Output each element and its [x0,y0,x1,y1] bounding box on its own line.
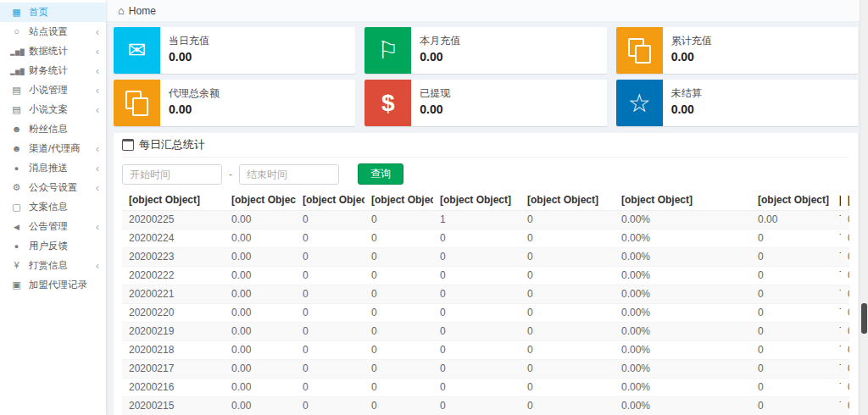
cell-new-user-recharge: 0 [751,267,832,285]
scrollbar-track[interactable] [860,0,868,415]
cell-recharge-amount: 0.00 [225,360,296,379]
sidebar-item-label: 打赏信息 [29,259,68,272]
sidebar-item[interactable]: 小说文案 ‹ [0,100,106,119]
breadcrumb: Home [106,0,868,22]
sidebar-item[interactable]: 站点设置 ‹ [0,22,106,42]
chevron-left-icon: ‹ [96,65,99,76]
cogs-icon [10,183,23,192]
cell-new-users: 0 [433,341,520,360]
circle-icon [10,27,23,36]
cell-new-users: 0 [433,360,520,379]
stat-card: 本月充值 0.00 [364,27,606,74]
start-time-input[interactable] [122,164,222,185]
stat-card-value: 0.00 [169,50,209,64]
cell-payment-count: 0 [364,230,433,248]
cell-total-users: 71 [832,267,841,285]
sidebar-item-label: 用户反馈 [29,240,68,252]
cell-new-users: 0 [433,248,520,267]
chevron-left-icon: ‹ [96,46,99,57]
search-button[interactable]: 查询 [358,163,403,185]
table-header-row: [object Object] [object Object] [object … [122,190,849,211]
panel-header: 每日汇总统计 [122,133,849,158]
sidebar-item[interactable]: 用户反馈 [0,236,106,256]
table-column-header: [object Object] [832,190,841,211]
cell-new-user-follows: 0 [520,304,615,323]
table-row: 20200218 0.00 0 0 0 0 0.00% 0 71 0 [122,341,849,360]
cell-paying-users: 0 [296,230,364,248]
table-column-header: [object Object] [122,190,225,211]
breadcrumb-home-link[interactable]: Home [129,5,156,17]
stat-card: 已提现 0.00 [364,80,606,126]
yen-icon [10,261,23,270]
cell-new-user-follows: 0 [520,379,615,397]
cell-recharge-amount: 0.00 [225,304,296,323]
cell-total-fans: 0 [841,267,849,285]
cell-date: 20200217 [122,360,225,379]
cell-new-user-follows: 0 [520,360,615,379]
cell-total-fans: 0 [841,341,849,360]
cell-payment-count: 0 [364,211,433,230]
sidebar-item[interactable]: 首页 [0,3,106,22]
sidebar-item[interactable]: 消息推送 ‹ [0,158,106,178]
cell-total-fans: 0 [841,230,849,248]
sidebar: 首页 站点设置 ‹ 数据统计 ‹ 财务统计 ‹ 小说管理 ‹ 小说文案 [0,0,106,415]
end-time-input[interactable] [239,164,339,185]
sidebar-item[interactable]: 公告管理 ‹ [0,217,106,236]
sidebar-item[interactable]: 文案信息 [0,197,106,217]
cell-new-user-recharge: 0 [751,341,832,360]
bar-chart-icon [10,47,23,56]
cell-total-users: 71 [832,379,841,397]
scrollbar-thumb[interactable] [861,303,867,334]
cell-new-users: 0 [433,379,520,397]
stat-card-label: 代理总余额 [169,86,220,101]
table-column-header: [object Object] [364,190,433,211]
table-column-header: [object Object] [296,190,364,211]
cell-date: 20200221 [122,285,225,304]
cell-new-user-recharge: 0 [751,285,832,304]
cell-new-user-pay-rate: 0.00% [615,304,751,323]
cell-new-user-recharge: 0 [751,360,832,379]
sidebar-item[interactable]: 财务统计 ‹ [0,61,106,80]
cell-total-users: 71 [832,360,841,379]
copy-icon [616,27,663,74]
sidebar-item[interactable]: 打赏信息 ‹ [0,256,106,275]
cell-new-user-pay-rate: 0.00% [615,211,751,230]
sidebar-item[interactable]: 数据统计 ‹ [0,42,106,61]
sidebar-item[interactable]: 加盟代理记录 [0,275,106,295]
comment-icon [10,163,23,173]
sidebar-item[interactable]: 粉丝信息 [0,119,106,139]
sidebar-item-label: 首页 [29,6,48,19]
cell-date: 20200220 [122,304,225,323]
envelope-icon [114,27,160,74]
list-icon [10,202,23,212]
stat-card-value: 0.00 [671,102,702,116]
cell-payment-count: 0 [364,379,433,397]
cell-new-users: 0 [433,323,520,341]
table-column-header: [object Object] [225,190,296,211]
cell-new-user-pay-rate: 0.00% [615,248,751,267]
users-icon [10,125,23,134]
cell-new-users: 0 [433,285,520,304]
cell-date: 20200219 [122,323,225,341]
sidebar-item[interactable]: 公众号设置 ‹ [0,178,106,197]
table-row: 20200225 0.00 0 0 1 0 0.00% 0.00 72 0 [122,211,849,230]
cell-total-users: 71 [832,323,841,341]
copy-icon [114,80,160,126]
cell-payment-count: 0 [364,248,433,267]
cell-total-users: 71 [832,397,841,415]
bar-chart-icon [10,66,23,75]
table-column-header: [object Object] [520,190,615,211]
cell-new-user-pay-rate: 0.00% [615,341,751,360]
cell-recharge-amount: 0.00 [225,323,296,341]
cell-new-user-follows: 0 [520,285,615,304]
chevron-left-icon: ‹ [96,104,99,115]
book-icon [10,105,23,114]
table-row: 20200221 0.00 0 0 0 0 0.00% 0 71 0 [122,285,849,304]
table-row: 20200215 0.00 0 0 0 0 0.00% 0 71 0 [122,397,849,415]
stat-card-label: 当日充值 [169,34,209,48]
sidebar-item[interactable]: 小说管理 ‹ [0,80,106,100]
cell-paying-users: 0 [296,323,364,341]
sidebar-item-label: 加盟代理记录 [29,279,87,291]
sidebar-item[interactable]: 渠道/代理商 ‹ [0,139,106,158]
cell-recharge-amount: 0.00 [225,341,296,360]
